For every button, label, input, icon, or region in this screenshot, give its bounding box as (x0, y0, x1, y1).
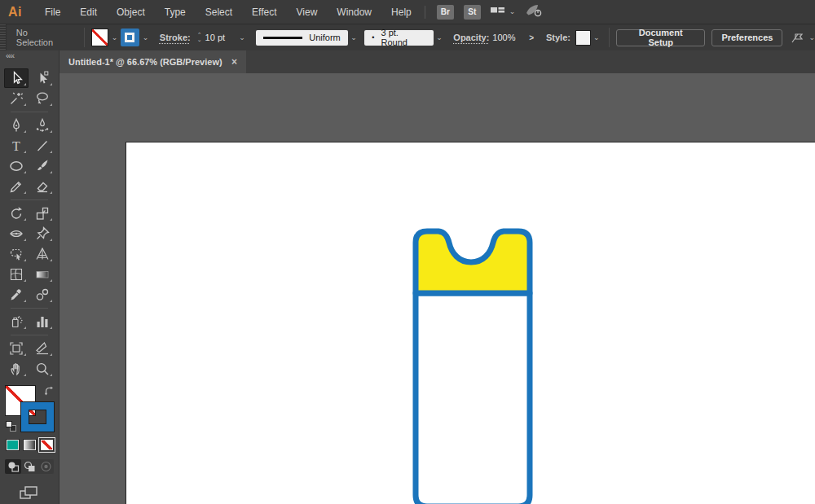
symbol-sprayer-tool[interactable] (4, 312, 29, 331)
blend-tool[interactable] (30, 285, 55, 305)
width-tool[interactable] (4, 224, 29, 243)
zoom-tool[interactable] (30, 359, 55, 379)
style-chevron-icon[interactable]: ⌄ (591, 28, 603, 46)
menu-view[interactable]: View (287, 0, 328, 24)
illustrator-logo[interactable]: Ai (0, 5, 35, 20)
free-transform-tool[interactable] (30, 224, 55, 243)
menu-edit[interactable]: Edit (70, 0, 107, 24)
width-profile-chevron-icon[interactable]: ⌄ (348, 28, 360, 46)
default-fill-stroke-icon[interactable] (6, 421, 16, 432)
gpu-performance-icon[interactable] (525, 3, 543, 20)
brush-chevron-icon[interactable]: ⌄ (434, 28, 446, 46)
shape-builder-tool[interactable] (4, 244, 29, 264)
menu-window[interactable]: Window (327, 0, 381, 24)
column-graph-tool[interactable] (30, 312, 55, 331)
perspective-grid-tool[interactable] (30, 244, 55, 264)
menu-file[interactable]: File (35, 0, 70, 24)
selection-tool[interactable] (4, 68, 29, 88)
bridge-button[interactable]: Br (437, 5, 454, 20)
uniform-profile-icon (263, 37, 302, 39)
brush-dot-icon: • (372, 33, 374, 42)
width-icon (8, 226, 24, 242)
fill-color-swatch[interactable] (91, 28, 109, 46)
line-segment-icon (34, 138, 51, 154)
gradient-tool[interactable] (30, 265, 55, 284)
type-tool[interactable]: T (4, 136, 29, 156)
menu-help[interactable]: Help (381, 0, 421, 24)
tool-group: T (4, 116, 55, 196)
stroke-chevron-icon[interactable]: ⌄ (139, 28, 152, 46)
zoom-icon (34, 361, 51, 377)
chevron-down-icon: ⌄ (808, 34, 815, 42)
menu-object[interactable]: Object (107, 0, 155, 24)
hand-tool[interactable] (4, 359, 29, 379)
scale-tool[interactable] (30, 204, 55, 223)
stock-button[interactable]: St (464, 5, 481, 20)
stepper-down-icon[interactable]: ⌄ (197, 37, 202, 42)
artboard-tool[interactable] (4, 339, 29, 358)
draw-behind-button[interactable] (21, 459, 37, 474)
width-profile-dropdown[interactable]: Uniform (256, 30, 348, 46)
menubar-divider (425, 6, 425, 19)
color-mode-buttons (6, 439, 54, 451)
menu-select[interactable]: Select (196, 0, 242, 24)
pen-icon (8, 117, 24, 134)
menubar-right-icons: Br St ⌄ (437, 3, 544, 20)
mesh-tool[interactable] (4, 265, 29, 284)
artboard[interactable] (126, 142, 815, 504)
screen-mode-button[interactable] (19, 484, 40, 504)
stroke-label[interactable]: Stroke: (160, 33, 191, 42)
hand-icon (8, 361, 24, 377)
preferences-button[interactable]: Preferences (711, 29, 782, 46)
toolbar-separator (11, 112, 48, 112)
stroke-weight-value[interactable]: 10 pt (205, 33, 231, 42)
swap-fill-stroke-icon[interactable] (44, 385, 55, 400)
stroke-weight-chevron-icon[interactable]: ⌄ (236, 28, 249, 46)
workspace-body: «« T (0, 50, 815, 504)
arrange-documents-icon[interactable]: ⌄ (491, 7, 516, 17)
opacity-label[interactable]: Opacity: (453, 33, 489, 42)
stroke-color-swatch[interactable] (121, 28, 139, 46)
paintbrush-tool[interactable] (30, 156, 55, 176)
document-tab[interactable]: Untitled-1* @ 66.67% (RGB/Preview) × (59, 50, 246, 73)
opacity-more-button[interactable]: > (525, 30, 538, 45)
screen-mode-icon (19, 484, 40, 502)
brush-dropdown[interactable]: • 3 pt. Round (364, 30, 433, 46)
pencil-tool[interactable] (4, 177, 29, 196)
style-swatch[interactable] (575, 30, 591, 46)
slice-tool[interactable] (30, 339, 55, 358)
curvature-tool[interactable] (30, 116, 55, 135)
lasso-tool[interactable] (30, 89, 55, 108)
eraser-tool[interactable] (30, 177, 55, 196)
control-bar-grip[interactable] (0, 24, 7, 50)
stroke-swatch-icon (125, 33, 134, 42)
opacity-value[interactable]: 100% (492, 33, 518, 42)
menu-type[interactable]: Type (155, 0, 196, 24)
magic-wand-tool[interactable] (4, 89, 29, 108)
canvas-pasteboard[interactable] (59, 73, 815, 504)
draw-normal-button[interactable] (5, 459, 21, 474)
direct-selection-tool[interactable] (30, 68, 55, 88)
eyedropper-tool[interactable] (4, 285, 29, 305)
line-segment-tool[interactable] (30, 136, 55, 156)
none-button[interactable] (40, 439, 54, 451)
card-shape-artwork[interactable] (126, 142, 815, 504)
workspace-switcher[interactable]: ⌄ (791, 32, 815, 44)
document-setup-button[interactable]: Document Setup (616, 29, 705, 46)
stroke-swatch[interactable] (21, 402, 54, 432)
color-button[interactable] (6, 439, 20, 451)
collapse-panel-button[interactable]: «« (0, 50, 59, 61)
fill-chevron-icon[interactable]: ⌄ (108, 28, 121, 46)
pen-tool[interactable] (4, 116, 29, 135)
slice-icon (34, 340, 51, 357)
rotate-tool[interactable] (4, 204, 29, 223)
gradient-button[interactable] (23, 439, 37, 451)
stroke-weight-stepper[interactable]: ⌃ ⌄ (197, 33, 202, 42)
tab-close-icon[interactable]: × (231, 57, 237, 67)
menu-effect[interactable]: Effect (242, 0, 286, 24)
pencil-icon (8, 178, 24, 195)
ellipse-icon (8, 158, 24, 174)
style-label: Style: (546, 33, 570, 42)
ellipse-tool[interactable] (4, 156, 29, 176)
draw-inside-button[interactable] (37, 459, 54, 474)
